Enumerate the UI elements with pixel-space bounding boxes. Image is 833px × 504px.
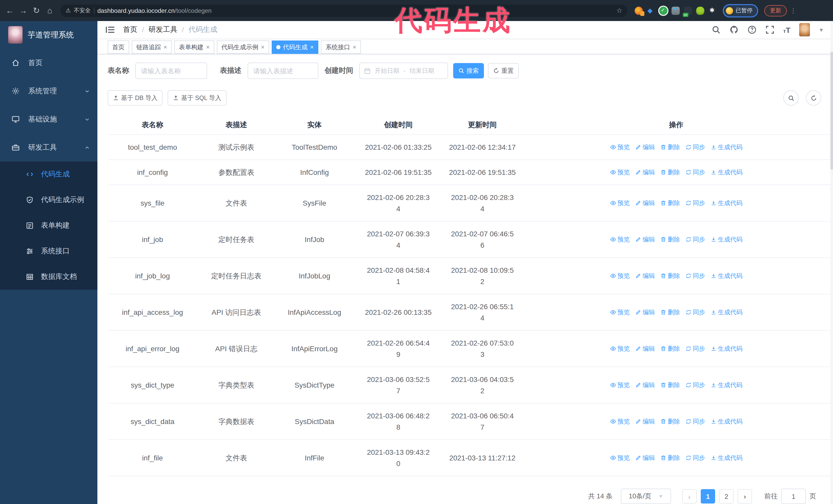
action-link[interactable]: 生成代码	[710, 343, 742, 354]
font-size-icon[interactable]: тT	[783, 25, 790, 34]
home-icon[interactable]: ⌂	[43, 6, 56, 15]
table-desc-input[interactable]	[247, 63, 318, 79]
back-icon[interactable]: ←	[3, 6, 17, 15]
forward-icon[interactable]: →	[17, 6, 30, 15]
action-link[interactable]: 编辑	[635, 379, 655, 391]
chevron-down-icon[interactable]: ▼	[819, 27, 824, 32]
sidebar-item-infra[interactable]: 基础设施	[0, 105, 97, 133]
action-link[interactable]: 生成代码	[710, 197, 742, 209]
action-link[interactable]: 同步	[685, 343, 705, 354]
sidebar-item-db-doc[interactable]: 数据库文档	[0, 264, 97, 290]
action-link[interactable]: 同步	[685, 234, 705, 245]
bookmark-star-icon[interactable]: ☆	[616, 7, 622, 14]
action-link[interactable]: 生成代码	[710, 452, 742, 463]
action-link[interactable]: 删除	[660, 343, 680, 354]
page-scrollbar[interactable]	[830, 21, 833, 504]
action-link[interactable]: 删除	[660, 379, 680, 391]
action-link[interactable]: 编辑	[635, 270, 655, 282]
action-link[interactable]: 生成代码	[710, 167, 742, 178]
action-link[interactable]: 删除	[660, 142, 680, 153]
close-icon[interactable]: ×	[206, 44, 210, 51]
action-link[interactable]: 生成代码	[710, 307, 742, 318]
action-link[interactable]: 预览	[610, 379, 630, 391]
action-link[interactable]: 删除	[660, 452, 680, 463]
search-icon[interactable]	[712, 25, 721, 34]
action-link[interactable]: 编辑	[635, 142, 655, 153]
end-date-input[interactable]	[407, 67, 436, 75]
action-link[interactable]: 预览	[610, 167, 630, 178]
import-sql-button[interactable]: 基于 SQL 导入	[168, 90, 226, 105]
sidebar-item-home[interactable]: 首页	[0, 49, 97, 77]
action-link[interactable]: 删除	[660, 416, 680, 427]
tab-tracing[interactable]: 链路追踪×	[132, 41, 172, 54]
page-button-1[interactable]: 1	[701, 489, 715, 503]
action-link[interactable]: 预览	[610, 416, 630, 427]
search-button[interactable]: 搜索	[453, 63, 484, 78]
tab-home[interactable]: 首页	[108, 41, 129, 54]
action-link[interactable]: 同步	[685, 307, 705, 318]
goto-page-input[interactable]	[781, 488, 806, 504]
action-link[interactable]: 生成代码	[710, 270, 742, 282]
url-bar[interactable]: ⚠ 不安全 dashboard.yudao.iocoder.cn/tool/co…	[61, 4, 627, 17]
close-icon[interactable]: ×	[353, 44, 356, 51]
table-name-input[interactable]	[135, 63, 207, 79]
sidebar-item-system-api[interactable]: 系统接口	[0, 238, 97, 264]
reset-button[interactable]: 重置	[488, 63, 519, 78]
action-link[interactable]: 删除	[660, 270, 680, 282]
action-link[interactable]: 预览	[610, 234, 630, 245]
browser-update-button[interactable]: 更新	[764, 5, 787, 16]
action-link[interactable]: 同步	[685, 379, 705, 391]
close-icon[interactable]: ×	[164, 44, 167, 51]
breadcrumb-devtools[interactable]: 研发工具	[149, 25, 177, 34]
action-link[interactable]: 预览	[610, 343, 630, 354]
extension-icon[interactable]	[659, 6, 667, 15]
breadcrumb-home[interactable]: 首页	[123, 25, 137, 34]
action-link[interactable]: 编辑	[635, 343, 655, 354]
action-link[interactable]: 同步	[685, 197, 705, 209]
extension-icon[interactable]	[696, 6, 704, 15]
tab-codegen-example[interactable]: 代码生成示例×	[217, 41, 269, 54]
action-link[interactable]: 预览	[610, 270, 630, 282]
action-link[interactable]: 同步	[685, 270, 705, 282]
close-icon[interactable]: ×	[310, 44, 314, 51]
tab-codegen[interactable]: 代码生成×	[272, 41, 318, 54]
sidebar-item-codegen[interactable]: 代码生成	[0, 162, 97, 187]
action-link[interactable]: 删除	[660, 197, 680, 209]
url-text[interactable]: dashboard.yudao.iocoder.cn/tool/codegen	[97, 7, 212, 14]
extension-icon[interactable]	[635, 6, 643, 15]
action-link[interactable]: 生成代码	[710, 234, 742, 245]
sidebar-item-form-builder[interactable]: 表单构建	[0, 213, 97, 238]
action-link[interactable]: 生成代码	[710, 142, 742, 153]
page-size-select[interactable]: 10条/页 ▼	[621, 488, 671, 504]
action-link[interactable]: 预览	[610, 197, 630, 209]
page-button-2[interactable]: 2	[719, 489, 734, 503]
hamburger-icon[interactable]	[105, 26, 115, 34]
scrollbar-thumb[interactable]	[830, 52, 833, 170]
action-link[interactable]: 删除	[660, 307, 680, 318]
fullscreen-icon[interactable]	[765, 25, 775, 34]
next-page-button[interactable]: ›	[738, 489, 752, 503]
extension-icon[interactable]	[647, 6, 655, 15]
sidebar-item-system[interactable]: 系统管理	[0, 77, 97, 105]
extension-icon[interactable]	[671, 6, 680, 15]
action-link[interactable]: 编辑	[635, 416, 655, 427]
action-link[interactable]: 同步	[685, 452, 705, 463]
action-link[interactable]: 编辑	[635, 234, 655, 245]
extension-icon[interactable]: on	[684, 6, 692, 15]
action-link[interactable]: 编辑	[635, 197, 655, 209]
action-link[interactable]: 同步	[685, 142, 705, 153]
prev-page-button[interactable]: ‹	[682, 489, 697, 503]
sidebar-item-devtools[interactable]: 研发工具	[0, 133, 97, 162]
browser-menu-icon[interactable]: ⋮	[790, 7, 796, 14]
start-date-input[interactable]	[373, 67, 401, 75]
toggle-search-button[interactable]	[783, 90, 799, 105]
user-avatar[interactable]	[799, 23, 810, 37]
date-range-picker[interactable]: -	[359, 63, 448, 79]
help-icon[interactable]	[747, 25, 757, 34]
action-link[interactable]: 编辑	[635, 452, 655, 463]
action-link[interactable]: 删除	[660, 167, 680, 178]
action-link[interactable]: 预览	[610, 307, 630, 318]
github-icon[interactable]	[730, 25, 739, 34]
app-logo[interactable]: 芋道管理系统	[0, 21, 97, 49]
extensions-menu-icon[interactable]	[709, 6, 717, 15]
